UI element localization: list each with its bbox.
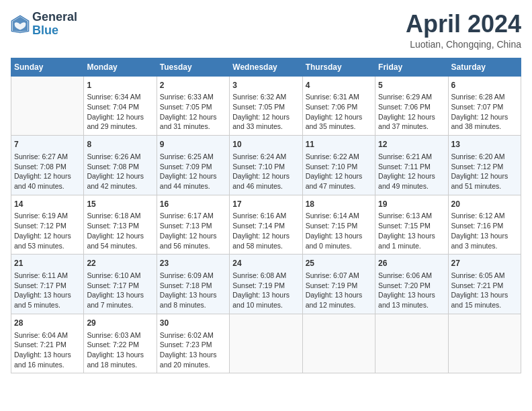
day-number: 4 bbox=[306, 80, 372, 91]
cell-content: Sunrise: 6:29 AMSunset: 7:06 PMDaylight:… bbox=[378, 92, 445, 132]
day-number: 14 bbox=[14, 199, 81, 210]
page-header: General Blue April 2024 Luotian, Chongqi… bbox=[11, 11, 521, 50]
calendar-cell: 13Sunrise: 6:20 AMSunset: 7:12 PMDayligh… bbox=[448, 136, 521, 195]
cell-content: Sunrise: 6:24 AMSunset: 7:10 PMDaylight:… bbox=[232, 152, 299, 191]
day-number: 2 bbox=[160, 80, 226, 91]
cell-content: Sunrise: 6:02 AMSunset: 7:23 PMDaylight:… bbox=[160, 330, 226, 370]
cell-content: Sunrise: 6:19 AMSunset: 7:12 PMDaylight:… bbox=[14, 211, 81, 250]
calendar-cell: 28Sunrise: 6:04 AMSunset: 7:21 PMDayligh… bbox=[11, 314, 84, 373]
day-number: 7 bbox=[14, 139, 81, 150]
cell-content: Sunrise: 6:20 AMSunset: 7:12 PMDaylight:… bbox=[451, 152, 518, 191]
cell-content: Sunrise: 6:18 AMSunset: 7:13 PMDaylight:… bbox=[87, 211, 153, 250]
day-number: 19 bbox=[378, 199, 445, 210]
calendar-cell: 15Sunrise: 6:18 AMSunset: 7:13 PMDayligh… bbox=[84, 195, 157, 255]
cell-content: Sunrise: 6:04 AMSunset: 7:21 PMDaylight:… bbox=[14, 330, 81, 370]
cell-content: Sunrise: 6:25 AMSunset: 7:09 PMDaylight:… bbox=[160, 152, 226, 191]
day-number: 3 bbox=[232, 80, 299, 91]
cell-content: Sunrise: 6:31 AMSunset: 7:06 PMDaylight:… bbox=[306, 92, 372, 132]
calendar-cell bbox=[448, 314, 521, 373]
calendar-cell: 10Sunrise: 6:24 AMSunset: 7:10 PMDayligh… bbox=[230, 136, 302, 195]
calendar-cell: 1Sunrise: 6:34 AMSunset: 7:04 PMDaylight… bbox=[84, 76, 157, 136]
calendar-cell bbox=[375, 314, 448, 373]
cell-content: Sunrise: 6:08 AMSunset: 7:19 PMDaylight:… bbox=[232, 271, 299, 310]
week-row-3: 14Sunrise: 6:19 AMSunset: 7:12 PMDayligh… bbox=[11, 195, 521, 255]
col-header-wednesday: Wednesday bbox=[230, 58, 302, 76]
calendar-cell bbox=[302, 314, 375, 373]
calendar-cell: 20Sunrise: 6:12 AMSunset: 7:16 PMDayligh… bbox=[448, 195, 521, 255]
calendar-cell: 25Sunrise: 6:07 AMSunset: 7:19 PMDayligh… bbox=[302, 255, 375, 314]
calendar-cell: 18Sunrise: 6:14 AMSunset: 7:15 PMDayligh… bbox=[302, 195, 375, 255]
calendar-cell: 5Sunrise: 6:29 AMSunset: 7:06 PMDaylight… bbox=[375, 76, 448, 136]
day-number: 28 bbox=[14, 318, 81, 329]
title-area: April 2024 Luotian, Chongqing, China bbox=[406, 11, 521, 50]
day-number: 15 bbox=[87, 199, 153, 210]
col-header-thursday: Thursday bbox=[302, 58, 375, 76]
week-row-5: 28Sunrise: 6:04 AMSunset: 7:21 PMDayligh… bbox=[11, 314, 521, 373]
calendar-cell bbox=[11, 76, 84, 136]
calendar-table: SundayMondayTuesdayWednesdayThursdayFrid… bbox=[11, 58, 521, 374]
cell-content: Sunrise: 6:13 AMSunset: 7:15 PMDaylight:… bbox=[378, 211, 445, 250]
calendar-cell: 27Sunrise: 6:05 AMSunset: 7:21 PMDayligh… bbox=[448, 255, 521, 314]
day-number: 24 bbox=[232, 258, 299, 269]
day-number: 11 bbox=[306, 139, 372, 150]
cell-content: Sunrise: 6:21 AMSunset: 7:11 PMDaylight:… bbox=[378, 152, 445, 191]
calendar-cell: 30Sunrise: 6:02 AMSunset: 7:23 PMDayligh… bbox=[157, 314, 229, 373]
day-number: 21 bbox=[14, 258, 81, 269]
col-header-monday: Monday bbox=[84, 58, 157, 76]
calendar-cell: 24Sunrise: 6:08 AMSunset: 7:19 PMDayligh… bbox=[230, 255, 302, 314]
cell-content: Sunrise: 6:07 AMSunset: 7:19 PMDaylight:… bbox=[306, 271, 372, 310]
day-number: 16 bbox=[160, 199, 226, 210]
cell-content: Sunrise: 6:09 AMSunset: 7:18 PMDaylight:… bbox=[160, 271, 226, 310]
calendar-cell: 17Sunrise: 6:16 AMSunset: 7:14 PMDayligh… bbox=[230, 195, 302, 255]
calendar-cell: 7Sunrise: 6:27 AMSunset: 7:08 PMDaylight… bbox=[11, 136, 84, 195]
col-header-saturday: Saturday bbox=[448, 58, 521, 76]
cell-content: Sunrise: 6:27 AMSunset: 7:08 PMDaylight:… bbox=[14, 152, 81, 191]
col-header-friday: Friday bbox=[375, 58, 448, 76]
day-number: 17 bbox=[232, 199, 299, 210]
cell-content: Sunrise: 6:34 AMSunset: 7:04 PMDaylight:… bbox=[87, 92, 153, 132]
week-row-4: 21Sunrise: 6:11 AMSunset: 7:17 PMDayligh… bbox=[11, 255, 521, 314]
calendar-cell: 19Sunrise: 6:13 AMSunset: 7:15 PMDayligh… bbox=[375, 195, 448, 255]
calendar-cell: 11Sunrise: 6:22 AMSunset: 7:10 PMDayligh… bbox=[302, 136, 375, 195]
cell-content: Sunrise: 6:22 AMSunset: 7:10 PMDaylight:… bbox=[306, 152, 372, 191]
day-number: 20 bbox=[451, 199, 518, 210]
logo-icon bbox=[11, 15, 30, 34]
cell-content: Sunrise: 6:28 AMSunset: 7:07 PMDaylight:… bbox=[451, 92, 518, 132]
calendar-cell: 22Sunrise: 6:10 AMSunset: 7:17 PMDayligh… bbox=[84, 255, 157, 314]
day-number: 18 bbox=[306, 199, 372, 210]
calendar-cell: 21Sunrise: 6:11 AMSunset: 7:17 PMDayligh… bbox=[11, 255, 84, 314]
calendar-cell: 8Sunrise: 6:26 AMSunset: 7:08 PMDaylight… bbox=[84, 136, 157, 195]
cell-content: Sunrise: 6:16 AMSunset: 7:14 PMDaylight:… bbox=[232, 211, 299, 250]
calendar-cell: 23Sunrise: 6:09 AMSunset: 7:18 PMDayligh… bbox=[157, 255, 229, 314]
day-number: 12 bbox=[378, 139, 445, 150]
calendar-cell bbox=[230, 314, 302, 373]
location: Luotian, Chongqing, China bbox=[406, 39, 521, 50]
calendar-cell: 12Sunrise: 6:21 AMSunset: 7:11 PMDayligh… bbox=[375, 136, 448, 195]
cell-content: Sunrise: 6:06 AMSunset: 7:20 PMDaylight:… bbox=[378, 271, 445, 310]
calendar-cell: 26Sunrise: 6:06 AMSunset: 7:20 PMDayligh… bbox=[375, 255, 448, 314]
day-number: 8 bbox=[87, 139, 153, 150]
cell-content: Sunrise: 6:26 AMSunset: 7:08 PMDaylight:… bbox=[87, 152, 153, 191]
logo-text: General Blue bbox=[32, 11, 77, 38]
col-header-tuesday: Tuesday bbox=[157, 58, 229, 76]
logo: General Blue bbox=[11, 11, 77, 38]
day-number: 5 bbox=[378, 80, 445, 91]
day-number: 25 bbox=[306, 258, 372, 269]
col-header-sunday: Sunday bbox=[11, 58, 84, 76]
day-number: 26 bbox=[378, 258, 445, 269]
week-row-2: 7Sunrise: 6:27 AMSunset: 7:08 PMDaylight… bbox=[11, 136, 521, 195]
calendar-cell: 6Sunrise: 6:28 AMSunset: 7:07 PMDaylight… bbox=[448, 76, 521, 136]
month-title: April 2024 bbox=[406, 11, 521, 38]
day-number: 13 bbox=[451, 139, 518, 150]
week-row-1: 1Sunrise: 6:34 AMSunset: 7:04 PMDaylight… bbox=[11, 76, 521, 136]
calendar-cell: 3Sunrise: 6:32 AMSunset: 7:05 PMDaylight… bbox=[230, 76, 302, 136]
calendar-cell: 9Sunrise: 6:25 AMSunset: 7:09 PMDaylight… bbox=[157, 136, 229, 195]
day-number: 27 bbox=[451, 258, 518, 269]
calendar-cell: 29Sunrise: 6:03 AMSunset: 7:22 PMDayligh… bbox=[84, 314, 157, 373]
cell-content: Sunrise: 6:33 AMSunset: 7:05 PMDaylight:… bbox=[160, 92, 226, 132]
calendar-cell: 16Sunrise: 6:17 AMSunset: 7:13 PMDayligh… bbox=[157, 195, 229, 255]
day-number: 6 bbox=[451, 80, 518, 91]
day-number: 23 bbox=[160, 258, 226, 269]
cell-content: Sunrise: 6:12 AMSunset: 7:16 PMDaylight:… bbox=[451, 211, 518, 250]
cell-content: Sunrise: 6:32 AMSunset: 7:05 PMDaylight:… bbox=[232, 92, 299, 132]
